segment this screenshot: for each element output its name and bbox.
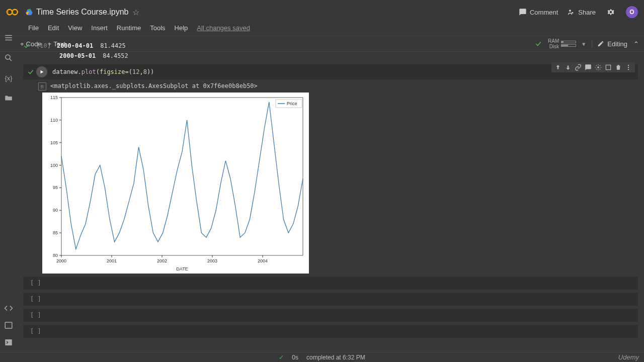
svg-text:2000: 2000 <box>56 258 66 263</box>
svg-text:DATE: DATE <box>176 266 188 272</box>
menu-file[interactable]: File <box>28 24 39 32</box>
menu-edit[interactable]: Edit <box>48 24 59 32</box>
table-row: 2000-05-01 84.4552 <box>17 51 644 60</box>
toc-icon[interactable] <box>4 33 13 42</box>
out-date: 2000-04-01 <box>57 42 93 49</box>
chart-output: 8085909510010511011520002001200220032004… <box>42 93 309 274</box>
menu-insert[interactable]: Insert <box>91 24 108 32</box>
svg-point-10 <box>6 55 10 59</box>
svg-point-5 <box>569 10 571 12</box>
svg-rect-15 <box>606 65 610 69</box>
svg-point-17 <box>628 67 629 68</box>
link-icon[interactable] <box>575 64 582 71</box>
svg-text:Price: Price <box>287 101 297 106</box>
menu-view[interactable]: View <box>68 24 82 32</box>
move-up-icon[interactable] <box>554 64 561 71</box>
exec-label: [ ] <box>30 296 41 303</box>
user-avatar[interactable]: O <box>626 6 638 18</box>
command-icon[interactable] <box>4 338 13 347</box>
out-value: 84.4552 <box>103 52 128 59</box>
svg-text:2002: 2002 <box>157 258 167 263</box>
settings-gear-icon[interactable] <box>605 6 617 18</box>
output-repr: <matplotlib.axes._subplots.AxesSubplot a… <box>50 82 258 89</box>
code-cell[interactable]: datanew.plot(figsize=(12,8)) <box>23 64 638 79</box>
svg-text:85: 85 <box>53 230 58 235</box>
file-title[interactable]: Time Series Course.ipynb <box>36 8 128 17</box>
svg-line-11 <box>10 59 12 61</box>
folder-icon[interactable] <box>4 94 13 103</box>
search-icon[interactable] <box>4 53 13 62</box>
empty-code-cell[interactable]: [ ] <box>23 277 638 290</box>
svg-rect-9 <box>5 40 12 41</box>
share-button[interactable]: Share <box>567 8 596 16</box>
svg-text:80: 80 <box>53 253 58 258</box>
status-check-icon: ✓ <box>279 354 284 361</box>
svg-text:2004: 2004 <box>258 258 268 263</box>
svg-text:115: 115 <box>50 95 58 100</box>
menu-tools[interactable]: Tools <box>150 24 165 32</box>
svg-point-6 <box>572 12 573 14</box>
status-bar: ✓ 0s completed at 6:32 PM <box>0 352 644 362</box>
svg-point-14 <box>597 66 599 68</box>
share-label: Share <box>578 9 596 16</box>
cell-check-icon <box>27 68 34 75</box>
svg-text:110: 110 <box>50 118 58 123</box>
prev-cell-check-icon <box>23 42 30 49</box>
cell-toolbar <box>551 62 635 72</box>
exec-label: [ ] <box>30 328 41 335</box>
status-duration: 0s <box>292 354 298 361</box>
exec-label: [ ] <box>30 280 41 287</box>
sidebar: {x} <box>0 24 17 352</box>
comment-cell-icon[interactable] <box>585 64 592 71</box>
table-row: 2000-04-01 81.4425 <box>57 42 126 49</box>
svg-rect-7 <box>5 35 12 36</box>
svg-point-18 <box>628 69 629 70</box>
svg-text:95: 95 <box>53 185 58 190</box>
delete-cell-icon[interactable] <box>615 64 622 71</box>
empty-code-cell[interactable]: [ ] <box>23 325 638 338</box>
variables-icon[interactable]: {x} <box>4 73 13 82</box>
svg-point-1 <box>12 10 18 15</box>
code-text[interactable]: datanew.plot(figsize=(12,8)) <box>52 68 154 75</box>
colab-logo-icon <box>6 5 20 19</box>
svg-text:100: 100 <box>50 163 58 168</box>
settings-cell-icon[interactable] <box>595 64 602 71</box>
svg-rect-20 <box>61 98 303 255</box>
menu-help[interactable]: Help <box>175 24 188 32</box>
empty-code-cell[interactable]: [ ] <box>23 293 638 306</box>
exec-label: [ ] <box>30 312 41 319</box>
svg-marker-19 <box>41 70 44 74</box>
svg-text:105: 105 <box>50 140 58 145</box>
terminal-icon[interactable] <box>4 321 13 330</box>
menubar: File Edit View Insert Runtime Tools Help… <box>0 24 644 36</box>
menu-runtime[interactable]: Runtime <box>117 24 141 32</box>
save-status: All changes saved <box>197 24 250 32</box>
svg-rect-13 <box>5 339 12 345</box>
comment-label: Comment <box>530 9 558 16</box>
run-cell-button[interactable] <box>36 66 47 77</box>
status-completed: completed at 6:32 PM <box>306 354 365 361</box>
watermark: Udemy <box>618 353 639 361</box>
svg-text:2001: 2001 <box>107 258 117 263</box>
svg-rect-8 <box>5 37 12 38</box>
prev-exec-count: [10] <box>36 42 51 49</box>
move-down-icon[interactable] <box>565 64 572 71</box>
mirror-cell-icon[interactable] <box>605 64 612 71</box>
output-toggle-icon[interactable]: ⎘ <box>38 82 46 90</box>
star-icon[interactable]: ☆ <box>132 8 139 17</box>
out-date: 2000-05-01 <box>59 52 96 59</box>
drive-file-icon <box>25 8 33 16</box>
svg-text:90: 90 <box>53 208 58 213</box>
more-cell-icon[interactable] <box>625 64 632 71</box>
svg-rect-12 <box>5 322 12 328</box>
empty-code-cell[interactable]: [ ] <box>23 309 638 322</box>
svg-text:2003: 2003 <box>207 258 217 263</box>
code-icon[interactable] <box>4 304 13 313</box>
out-value: 81.4425 <box>100 42 126 49</box>
comment-button[interactable]: Comment <box>519 8 558 16</box>
svg-point-16 <box>628 65 629 66</box>
